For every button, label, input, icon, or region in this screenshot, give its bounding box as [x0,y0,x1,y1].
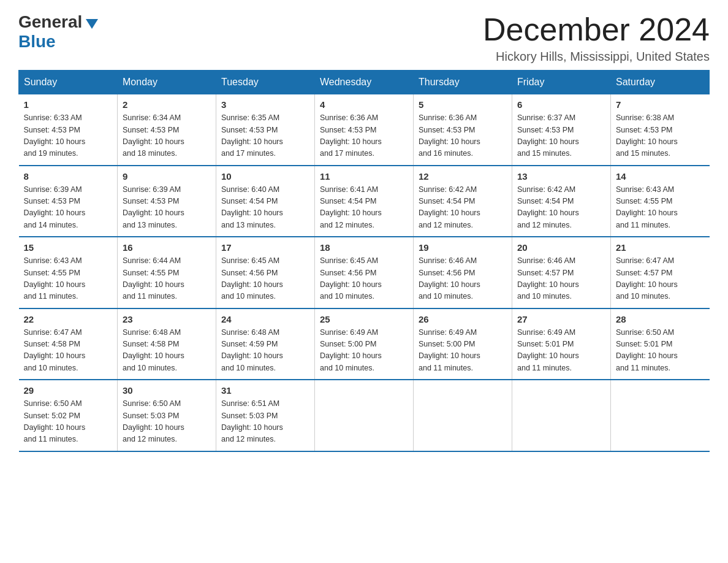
calendar-cell: 23Sunrise: 6:48 AMSunset: 4:58 PMDayligh… [118,308,216,380]
calendar-week-row: 15Sunrise: 6:43 AMSunset: 4:55 PMDayligh… [19,237,710,308]
calendar-cell: 22Sunrise: 6:47 AMSunset: 4:58 PMDayligh… [19,308,118,380]
day-info: Sunrise: 6:46 AMSunset: 4:57 PMDaylight:… [517,255,605,303]
day-number: 3 [221,99,309,110]
month-title: December 2024 [483,12,710,47]
day-number: 16 [123,242,211,253]
logo-general-text: General [18,12,82,32]
day-info: Sunrise: 6:45 AMSunset: 4:56 PMDaylight:… [320,255,408,303]
day-info: Sunrise: 6:42 AMSunset: 4:54 PMDaylight:… [517,184,605,232]
calendar-cell: 27Sunrise: 6:49 AMSunset: 5:01 PMDayligh… [512,308,611,380]
day-info: Sunrise: 6:39 AMSunset: 4:53 PMDaylight:… [123,184,211,232]
logo-arrow-icon [86,19,98,29]
calendar-cell: 25Sunrise: 6:49 AMSunset: 5:00 PMDayligh… [315,308,414,380]
day-number: 5 [419,99,507,110]
calendar-cell: 5Sunrise: 6:36 AMSunset: 4:53 PMDaylight… [414,94,512,166]
calendar-cell: 21Sunrise: 6:47 AMSunset: 4:57 PMDayligh… [611,237,710,308]
calendar-body: 1Sunrise: 6:33 AMSunset: 4:53 PMDaylight… [19,94,710,451]
calendar-cell: 2Sunrise: 6:34 AMSunset: 4:53 PMDaylight… [118,94,216,166]
day-number: 12 [419,171,507,182]
calendar-cell: 31Sunrise: 6:51 AMSunset: 5:03 PMDayligh… [216,380,315,451]
calendar-cell: 10Sunrise: 6:40 AMSunset: 4:54 PMDayligh… [216,166,315,237]
day-number: 8 [24,171,113,182]
calendar-cell: 16Sunrise: 6:44 AMSunset: 4:55 PMDayligh… [118,237,216,308]
day-info: Sunrise: 6:50 AMSunset: 5:02 PMDaylight:… [24,398,113,446]
day-number: 18 [320,242,408,253]
day-number: 7 [616,99,705,110]
day-number: 30 [123,385,211,396]
calendar-cell: 7Sunrise: 6:38 AMSunset: 4:53 PMDaylight… [611,94,710,166]
day-info: Sunrise: 6:49 AMSunset: 5:00 PMDaylight:… [419,327,507,375]
calendar-header: Sunday Monday Tuesday Wednesday Thursday… [19,71,710,94]
day-number: 23 [123,314,211,324]
calendar-cell [315,380,414,451]
calendar-cell: 4Sunrise: 6:36 AMSunset: 4:53 PMDaylight… [315,94,414,166]
calendar-week-row: 8Sunrise: 6:39 AMSunset: 4:53 PMDaylight… [19,166,710,237]
calendar-cell: 17Sunrise: 6:45 AMSunset: 4:56 PMDayligh… [216,237,315,308]
day-number: 17 [221,242,309,253]
day-number: 20 [517,242,605,253]
calendar-cell: 30Sunrise: 6:50 AMSunset: 5:03 PMDayligh… [118,380,216,451]
day-number: 11 [320,171,408,182]
calendar-cell: 19Sunrise: 6:46 AMSunset: 4:56 PMDayligh… [414,237,512,308]
day-number: 2 [123,99,211,110]
calendar-cell: 9Sunrise: 6:39 AMSunset: 4:53 PMDaylight… [118,166,216,237]
day-number: 10 [221,171,309,182]
day-info: Sunrise: 6:36 AMSunset: 4:53 PMDaylight:… [419,112,507,160]
col-tuesday: Tuesday [216,71,315,94]
location-text: Hickory Hills, Mississippi, United State… [483,50,710,64]
col-thursday: Thursday [414,71,512,94]
col-saturday: Saturday [611,71,710,94]
day-info: Sunrise: 6:43 AMSunset: 4:55 PMDaylight:… [24,255,113,303]
day-number: 22 [24,314,113,324]
logo-text: General [18,12,98,32]
col-monday: Monday [118,71,216,94]
day-number: 19 [419,242,507,253]
day-info: Sunrise: 6:47 AMSunset: 4:57 PMDaylight:… [616,255,705,303]
day-info: Sunrise: 6:43 AMSunset: 4:55 PMDaylight:… [616,184,705,232]
calendar-cell: 11Sunrise: 6:41 AMSunset: 4:54 PMDayligh… [315,166,414,237]
day-number: 9 [123,171,211,182]
day-number: 15 [24,242,113,253]
col-friday: Friday [512,71,611,94]
day-info: Sunrise: 6:34 AMSunset: 4:53 PMDaylight:… [123,112,211,160]
day-info: Sunrise: 6:36 AMSunset: 4:53 PMDaylight:… [320,112,408,160]
day-number: 28 [616,314,705,324]
calendar-cell: 24Sunrise: 6:48 AMSunset: 4:59 PMDayligh… [216,308,315,380]
day-info: Sunrise: 6:40 AMSunset: 4:54 PMDaylight:… [221,184,309,232]
calendar-cell: 18Sunrise: 6:45 AMSunset: 4:56 PMDayligh… [315,237,414,308]
day-number: 27 [517,314,605,324]
day-info: Sunrise: 6:47 AMSunset: 4:58 PMDaylight:… [24,327,113,375]
calendar-cell: 12Sunrise: 6:42 AMSunset: 4:54 PMDayligh… [414,166,512,237]
calendar-week-row: 1Sunrise: 6:33 AMSunset: 4:53 PMDaylight… [19,94,710,166]
col-sunday: Sunday [19,71,118,94]
day-info: Sunrise: 6:44 AMSunset: 4:55 PMDaylight:… [123,255,211,303]
calendar-cell: 15Sunrise: 6:43 AMSunset: 4:55 PMDayligh… [19,237,118,308]
day-number: 6 [517,99,605,110]
logo-blue-text: Blue [18,32,56,52]
day-info: Sunrise: 6:49 AMSunset: 5:00 PMDaylight:… [320,327,408,375]
day-number: 1 [24,99,113,110]
day-info: Sunrise: 6:45 AMSunset: 4:56 PMDaylight:… [221,255,309,303]
calendar-week-row: 29Sunrise: 6:50 AMSunset: 5:02 PMDayligh… [19,380,710,451]
calendar-cell: 29Sunrise: 6:50 AMSunset: 5:02 PMDayligh… [19,380,118,451]
calendar-cell: 13Sunrise: 6:42 AMSunset: 4:54 PMDayligh… [512,166,611,237]
day-info: Sunrise: 6:48 AMSunset: 4:59 PMDaylight:… [221,327,309,375]
day-number: 29 [24,385,113,396]
day-number: 14 [616,171,705,182]
calendar-cell: 3Sunrise: 6:35 AMSunset: 4:53 PMDaylight… [216,94,315,166]
day-number: 25 [320,314,408,324]
day-number: 24 [221,314,309,324]
day-info: Sunrise: 6:49 AMSunset: 5:01 PMDaylight:… [517,327,605,375]
calendar-cell [512,380,611,451]
day-info: Sunrise: 6:48 AMSunset: 4:58 PMDaylight:… [123,327,211,375]
day-info: Sunrise: 6:35 AMSunset: 4:53 PMDaylight:… [221,112,309,160]
calendar-cell: 28Sunrise: 6:50 AMSunset: 5:01 PMDayligh… [611,308,710,380]
day-info: Sunrise: 6:42 AMSunset: 4:54 PMDaylight:… [419,184,507,232]
calendar-cell: 14Sunrise: 6:43 AMSunset: 4:55 PMDayligh… [611,166,710,237]
calendar-cell: 8Sunrise: 6:39 AMSunset: 4:53 PMDaylight… [19,166,118,237]
day-info: Sunrise: 6:51 AMSunset: 5:03 PMDaylight:… [221,398,309,446]
day-info: Sunrise: 6:50 AMSunset: 5:03 PMDaylight:… [123,398,211,446]
day-info: Sunrise: 6:37 AMSunset: 4:53 PMDaylight:… [517,112,605,160]
logo: General Blue [18,12,98,52]
day-info: Sunrise: 6:50 AMSunset: 5:01 PMDaylight:… [616,327,705,375]
